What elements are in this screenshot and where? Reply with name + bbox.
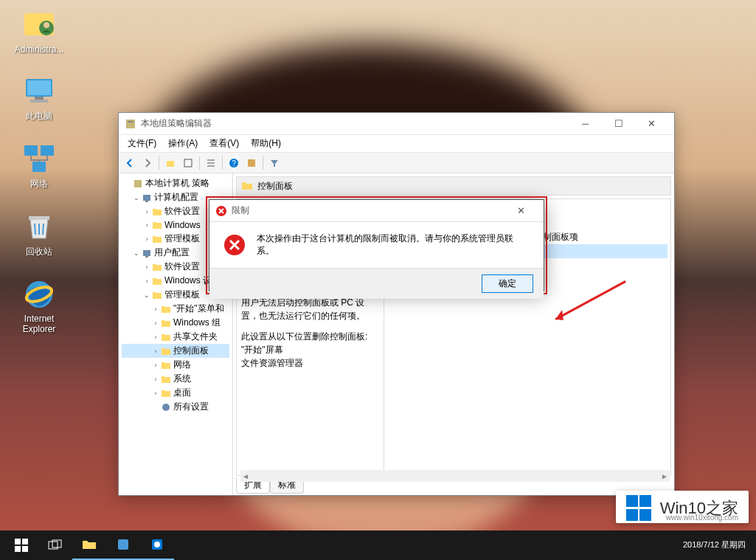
watermark: Win10之家 www.win10xitong.com [616,491,749,523]
chevron-right-icon[interactable]: › [142,221,151,229]
tree-item[interactable]: ›桌面 [122,386,229,400]
menu-view[interactable]: 查看(V) [204,136,245,151]
content-header: 控制面板 [236,176,671,196]
dialog-close-button[interactable]: ✕ [504,201,538,221]
taskbar-app[interactable] [140,530,174,560]
taskbar[interactable]: 2018/7/12 星期四 [0,530,756,560]
desktop-icon-ie[interactable]: Internet Explorer [6,277,72,334]
chevron-down-icon[interactable]: ⌄ [132,249,141,257]
taskbar-gpedit[interactable] [106,530,140,560]
folder-icon [151,261,163,273]
folder-icon [241,180,253,192]
start-button[interactable] [4,530,38,560]
taskbar-clock[interactable]: 2018/7/12 星期四 [683,540,752,550]
minimize-button[interactable]: ─ [569,114,602,134]
tree-item-label: 管理模板 [164,232,200,245]
menu-file[interactable]: 文件(F) [122,136,162,151]
policy-icon [132,178,144,190]
desktop-icon-admin[interactable]: Administra... [6,7,72,55]
properties-button[interactable] [180,155,196,171]
menu-help[interactable]: 帮助(H) [245,136,287,151]
chevron-right-icon[interactable]: › [142,208,151,215]
export-button[interactable] [243,155,260,171]
folder-icon [151,233,163,245]
desktop-icon-label: Internet Explorer [13,314,65,334]
desc-text: "开始"屏幕 [241,343,379,356]
folder-icon [151,275,163,287]
tree-item[interactable]: 本地计算机 策略 [122,176,229,190]
chevron-right-icon[interactable]: › [151,348,160,355]
desktop-icon-label: 网络 [30,178,48,190]
dialog-title: 限制 [232,204,504,217]
app-icon [125,118,136,130]
svg-point-25 [162,404,170,411]
error-icon [215,205,227,217]
folder-icon [160,345,172,357]
tree-item[interactable]: ›共享文件夹 [122,330,229,344]
restriction-dialog: 限制 ✕ 本次操作由于这台计算机的限制而被取消。请与你的系统管理员联系。 确定 [209,199,544,291]
chevron-down-icon[interactable]: ⌄ [132,194,141,201]
folder-icon [151,206,163,218]
chevron-right-icon[interactable]: › [142,277,151,285]
settings-icon [160,401,172,413]
chevron-right-icon[interactable]: › [151,362,160,369]
svg-rect-8 [41,145,54,156]
maximize-button[interactable]: ☐ [602,114,635,134]
tree-item[interactable]: ›网络 [122,358,229,372]
list-button[interactable] [203,155,219,171]
svg-rect-6 [30,100,48,103]
folder-icon [151,289,163,301]
folder-icon [160,317,172,329]
chevron-right-icon[interactable]: › [151,376,160,383]
svg-rect-5 [35,97,44,100]
svg-rect-23 [143,250,150,256]
folder-icon [160,331,172,343]
svg-rect-32 [15,539,21,545]
forward-button[interactable] [139,155,156,171]
tree-item-label: Windows 组 [173,317,221,329]
svg-rect-33 [22,539,28,545]
chevron-right-icon[interactable]: › [151,390,160,397]
desktop-icon-recycle-bin[interactable]: 回收站 [6,209,72,258]
svg-rect-10 [29,216,49,220]
windows-logo-icon [626,495,653,522]
toolbar: ? [119,153,674,173]
close-button[interactable]: ✕ [635,114,668,134]
title-bar[interactable]: 本地组策略编辑器 ─ ☐ ✕ [119,113,674,135]
tree-item[interactable]: ›控制面板 [122,344,229,358]
taskbar-file-explorer[interactable] [72,530,106,560]
ok-button[interactable]: 确定 [482,274,533,293]
help-button[interactable]: ? [226,155,242,171]
tree-item-label: Windows [164,220,201,230]
chevron-right-icon[interactable]: › [142,235,151,243]
up-button[interactable] [162,155,178,171]
svg-rect-19 [248,159,255,167]
svg-rect-21 [143,195,150,201]
tree-item-label: 控制面板 [173,345,209,357]
horizontal-scrollbar[interactable]: ◄► [240,470,670,482]
tree-item[interactable]: ›"开始"菜单和 [122,302,229,316]
menu-action[interactable]: 操作(A) [162,136,204,151]
desktop-icon-this-pc[interactable]: 此电脑 [6,73,72,122]
task-view-button[interactable] [38,530,72,560]
tree-item-label: "开始"菜单和 [173,303,224,315]
folder-icon [151,219,163,231]
folder-icon [160,359,172,371]
tree-item[interactable]: 所有设置 [122,400,229,414]
tree-item[interactable]: ›系统 [122,372,229,386]
chevron-right-icon[interactable]: › [142,263,151,271]
svg-rect-20 [134,180,142,187]
tree-item[interactable]: ›Windows 组 [122,316,229,330]
dialog-message: 本次操作由于这台计算机的限制而被取消。请与你的系统管理员联系。 [257,232,530,257]
filter-button[interactable] [266,155,282,171]
watermark-url: www.win10xitong.com [666,514,738,522]
desktop-icon-network[interactable]: 网络 [6,141,72,190]
chevron-down-icon[interactable]: ⌄ [142,291,151,299]
svg-rect-16 [184,159,192,167]
tree-item-label: 网络 [173,359,191,371]
chevron-right-icon[interactable]: › [151,333,160,341]
chevron-right-icon[interactable]: › [151,305,160,313]
desktop-icon-label: 回收站 [26,246,52,258]
chevron-right-icon[interactable]: › [151,319,160,327]
back-button[interactable] [122,155,138,171]
